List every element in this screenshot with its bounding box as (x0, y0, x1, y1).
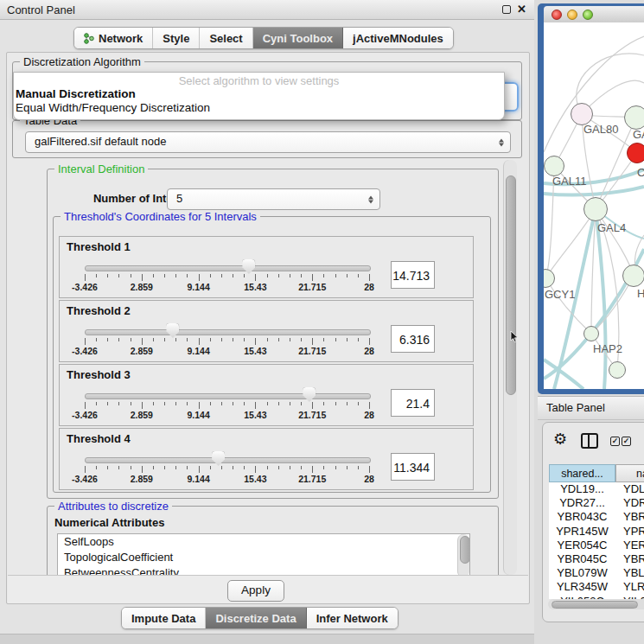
tab-discretize-data[interactable]: Discretize Data (206, 608, 306, 628)
stepper-arrows-icon (499, 138, 504, 146)
network-node[interactable] (609, 361, 626, 379)
tick-mark (358, 274, 359, 277)
tick-mark (210, 338, 211, 341)
tab-label: Impute Data (131, 612, 195, 625)
table-row[interactable]: YBL079WYBL0 (549, 566, 644, 580)
num-intervals-combobox[interactable]: 5 (167, 188, 380, 210)
tick-mark (358, 466, 359, 469)
network-node[interactable] (583, 326, 599, 341)
minimize-window-icon[interactable] (567, 10, 577, 20)
slider-thumb[interactable] (303, 387, 316, 402)
attribute-item-selfloops[interactable]: SelfLoops (58, 534, 469, 550)
tick-mark (85, 402, 86, 409)
tick-mark (199, 274, 200, 281)
table-row[interactable]: YPR145WYPR1 (549, 525, 644, 539)
close-icon[interactable]: ✕ (517, 3, 526, 16)
slider-track[interactable] (85, 329, 371, 335)
table-row[interactable]: YLR345WYLR3 (549, 580, 644, 594)
threshold-box-4: Threshold 4-3.4262.8599.14415.4321.71528… (59, 428, 474, 490)
attribute-item-betweennesscentrality[interactable]: BetweennessCentrality (58, 565, 469, 575)
slider-thumb[interactable] (212, 451, 225, 466)
tick-label: 2.859 (131, 282, 153, 292)
numerical-attributes-list[interactable]: SelfLoopsTopologicalCoefficientBetweenne… (57, 533, 470, 575)
table-row[interactable]: YER054CYER0 (549, 539, 644, 552)
slider-track[interactable] (85, 457, 371, 463)
thresholds-groupbox: Threshold's Coordinates for 5 Intervals … (53, 216, 491, 493)
network-node[interactable] (583, 197, 608, 221)
tick-mark (369, 402, 370, 409)
network-node[interactable] (622, 265, 644, 287)
tick-mark (164, 274, 165, 277)
tick-mark (96, 402, 97, 405)
table-row[interactable]: YDL19...YDL1 (549, 482, 644, 496)
gear-icon[interactable]: ⚙ (553, 430, 567, 449)
column-header-na[interactable]: na (615, 464, 644, 482)
tick-mark (290, 274, 290, 277)
table-row[interactable]: YBR043CYBR0 (549, 510, 644, 524)
tick-mark (255, 274, 256, 281)
threshold-value-field[interactable]: 21.4 (391, 389, 435, 417)
threshold-box-3: Threshold 3-3.4262.8599.14415.4321.71528… (59, 364, 474, 426)
threshold-value-field[interactable]: 11.344 (391, 453, 435, 481)
num-intervals-value: 5 (176, 192, 182, 205)
attribute-item-topologicalcoefficient[interactable]: TopologicalCoefficient (58, 550, 469, 565)
slider-thumb[interactable] (242, 259, 255, 274)
threshold-value-field[interactable]: 6.316 (391, 325, 435, 353)
table-hscrollbar-thumb[interactable] (552, 601, 638, 609)
tick-mark (210, 466, 211, 469)
tab-style[interactable]: Style (153, 28, 200, 48)
tick-label: 28 (364, 410, 374, 420)
threshold-value-field[interactable]: 14.713 (391, 261, 435, 289)
attributes-scrollbar-thumb[interactable] (460, 536, 470, 564)
network-node-red[interactable] (627, 143, 644, 163)
checkbox-icon[interactable]: ✓ (622, 437, 631, 446)
popup-item-equal-width-frequency-discretization[interactable]: Equal Width/Frequency Discretization (14, 101, 504, 115)
slider-track[interactable] (85, 393, 371, 399)
tab-network[interactable]: Network (74, 28, 153, 48)
apply-button[interactable]: Apply (227, 580, 284, 602)
bottom-tab-bar: Impute DataDiscretize DataInfer Network (121, 607, 399, 629)
node-table[interactable]: shared...na YDL19...YDL1YDR27...YDR2YBR0… (549, 464, 644, 599)
tick-label: -3.426 (72, 474, 98, 484)
network-canvas[interactable]: GAL80GACGAL11GAL4GCY1HHAP2 (544, 22, 644, 389)
tab-infer-network[interactable]: Infer Network (307, 608, 398, 628)
table-hscrollbar[interactable] (548, 599, 644, 609)
column-header-shared-[interactable]: shared... (549, 464, 615, 482)
stepper-arrows-icon (368, 195, 373, 203)
split-columns-icon[interactable] (581, 433, 598, 449)
tab-jactivemnodules[interactable]: jActiveMNodules (343, 28, 453, 48)
slider-track[interactable] (85, 265, 371, 271)
float-icon[interactable] (502, 5, 511, 14)
tick-mark (255, 338, 256, 345)
tick-mark (312, 338, 313, 345)
tick-mark (164, 466, 165, 469)
tick-mark (221, 338, 222, 341)
tick-label: 21.715 (298, 346, 326, 356)
node-label-hap2: HAP2 (593, 342, 622, 355)
slider-thumb[interactable] (166, 323, 179, 338)
table-row[interactable]: YDR27...YDR2 (549, 496, 644, 510)
tab-impute-data[interactable]: Impute Data (122, 608, 206, 628)
settings-scrollbar[interactable] (503, 160, 517, 575)
settings-scrollbar-thumb[interactable] (506, 175, 516, 395)
algorithm-dropdown-popup: Select algorithm to view settings Manual… (13, 72, 505, 120)
table-cell: YDR2 (615, 496, 644, 510)
tick-mark (290, 466, 290, 469)
tab-select[interactable]: Select (200, 28, 252, 48)
network-node[interactable] (544, 156, 564, 176)
maximize-window-icon[interactable] (583, 10, 593, 20)
table-data-combobox[interactable]: galFiltered.sif default node (25, 131, 511, 153)
network-node[interactable] (624, 105, 644, 130)
checkbox-icon[interactable]: ✓ (610, 437, 620, 446)
tick-mark (267, 274, 268, 277)
tick-mark (199, 466, 200, 473)
tab-cyni-toolbox[interactable]: Cyni Toolbox (253, 28, 343, 48)
tick-label: 2.859 (131, 474, 153, 484)
attributes-scrollbar[interactable] (457, 534, 469, 575)
table-row[interactable]: YBR045CYBR0 (549, 552, 644, 566)
tick-mark (199, 338, 200, 345)
tick-label: 9.144 (187, 346, 209, 356)
close-window-icon[interactable] (552, 10, 562, 20)
popup-item-manual-discretization[interactable]: Manual Discretization (14, 87, 504, 101)
tick-mark (118, 402, 119, 405)
